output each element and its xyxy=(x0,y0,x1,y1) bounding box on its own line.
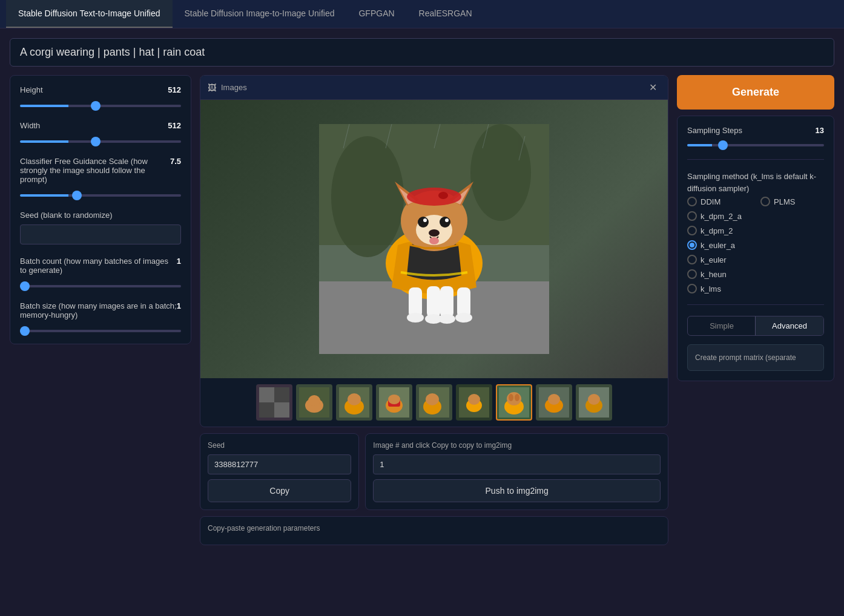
svg-rect-31 xyxy=(259,402,274,418)
content-area: Height 512 Width 512 Classifier Free Gui… xyxy=(10,75,834,545)
sampling-steps-slider[interactable] xyxy=(687,144,824,146)
tab-realesrgan[interactable]: RealESRGAN xyxy=(407,0,484,28)
image-header: 🖼 Images ✕ xyxy=(200,76,668,100)
radio-k-euler-a[interactable]: k_euler_a xyxy=(687,240,824,250)
seed-value-display[interactable] xyxy=(208,454,351,474)
svg-point-52 xyxy=(509,394,513,401)
width-group: Width 512 xyxy=(20,121,181,145)
copy-section: Image # and click Copy to copy to img2im… xyxy=(365,433,668,510)
left-panel: Height 512 Width 512 Classifier Free Gui… xyxy=(10,75,191,344)
middle-panel: 🖼 Images ✕ xyxy=(200,75,668,545)
radio-plms[interactable]: PLMS xyxy=(760,197,824,206)
radio-k-dpm-2-a[interactable]: k_dpm_2_a xyxy=(687,211,824,221)
close-image-button[interactable]: ✕ xyxy=(645,80,661,94)
width-slider[interactable] xyxy=(20,140,181,143)
seed-input[interactable] xyxy=(20,224,181,244)
copy-button[interactable]: Copy xyxy=(208,479,351,502)
width-label: Width xyxy=(20,121,40,130)
radio-k-euler-a-label: k_euler_a xyxy=(701,241,735,250)
sampling-method-group: Sampling method (k_lms is default k-diff… xyxy=(687,171,824,293)
height-label: Height xyxy=(20,85,43,94)
radio-circle-ddim xyxy=(687,197,697,206)
main-container: Height 512 Width 512 Classifier Free Gui… xyxy=(0,28,844,555)
svg-point-27 xyxy=(407,188,461,206)
radio-circle-k-euler-a xyxy=(687,240,697,250)
height-value: 512 xyxy=(168,85,181,94)
thumbnail-2[interactable] xyxy=(296,384,332,421)
svg-point-48 xyxy=(468,394,480,405)
svg-rect-20 xyxy=(427,286,440,318)
corgi-illustration xyxy=(319,124,549,354)
radio-circle-k-lms xyxy=(687,284,697,293)
cfg-value: 7.5 xyxy=(170,157,181,184)
radio-k-euler[interactable]: k_euler xyxy=(687,255,824,264)
thumbnail-8[interactable] xyxy=(536,384,572,421)
sampling-method-label: Sampling method (k_lms is default k-diff… xyxy=(687,171,824,194)
tab-img2img[interactable]: Stable Diffusion Image-to-Image Unified xyxy=(173,0,347,28)
radio-ddim[interactable]: DDIM xyxy=(687,197,751,206)
batch-count-slider[interactable] xyxy=(20,285,181,287)
batch-count-value: 1 xyxy=(177,257,181,275)
cfg-slider[interactable] xyxy=(20,194,181,197)
sampling-steps-group: Sampling Steps 13 xyxy=(687,126,824,148)
tab-advanced[interactable]: Advanced xyxy=(755,316,824,336)
cfg-label: Classifier Free Guidance Scale (how stro… xyxy=(20,157,170,184)
radio-k-heun[interactable]: k_heun xyxy=(687,269,824,279)
radio-k-euler-label: k_euler xyxy=(701,255,727,264)
sampling-method-options: DDIM PLMS k_dpm_2_a xyxy=(687,197,824,293)
thumbnail-9[interactable] xyxy=(576,384,612,421)
svg-point-38 xyxy=(348,393,361,405)
radio-ddim-label: DDIM xyxy=(701,197,720,206)
images-tab-label[interactable]: Images xyxy=(221,83,247,92)
right-settings: Sampling Steps 13 Sampling method (k_lms… xyxy=(677,116,834,381)
svg-point-18 xyxy=(429,237,439,244)
sampling-steps-label: Sampling Steps xyxy=(687,126,742,135)
thumbnail-3[interactable] xyxy=(336,384,372,421)
seed-label: Seed (blank to randomize) xyxy=(20,211,112,220)
batch-count-label: Batch count (how many batches of images … xyxy=(20,257,177,275)
thumbnails-row xyxy=(200,378,668,427)
main-image-area xyxy=(200,100,668,378)
sampling-steps-value: 13 xyxy=(816,126,824,135)
thumbnail-4[interactable] xyxy=(376,384,412,421)
copy-params-section: Copy-paste generation parameters xyxy=(200,516,668,545)
radio-k-dpm-2-a-label: k_dpm_2_a xyxy=(701,212,742,221)
radio-k-lms[interactable]: k_lms xyxy=(687,284,824,293)
tab-gfpgan[interactable]: GFPGAN xyxy=(346,0,406,28)
svg-rect-32 xyxy=(274,402,289,418)
image-display: 🖼 Images ✕ xyxy=(200,75,668,427)
tab-txt2img[interactable]: Stable Diffusion Text-to-Image Unified xyxy=(6,0,173,28)
right-panel: Generate Sampling Steps 13 Sampling meth… xyxy=(677,75,834,381)
thumbnail-6[interactable] xyxy=(456,384,492,421)
radio-row-1: DDIM PLMS xyxy=(687,197,824,206)
mode-tabs: Simple Advanced xyxy=(687,316,824,336)
svg-rect-30 xyxy=(274,387,289,402)
svg-point-3 xyxy=(331,136,404,257)
generate-button[interactable]: Generate xyxy=(677,75,834,110)
bottom-controls: Seed Copy Image # and click Copy to copy… xyxy=(200,433,668,510)
thumbnail-7[interactable] xyxy=(496,384,532,421)
batch-size-value: 1 xyxy=(177,301,181,319)
prompt-container xyxy=(10,38,834,67)
thumbnail-5[interactable] xyxy=(416,384,452,421)
batch-size-slider[interactable] xyxy=(20,330,181,332)
radio-circle-k-euler xyxy=(687,255,697,264)
svg-point-13 xyxy=(418,217,429,228)
svg-point-15 xyxy=(423,218,427,222)
thumbnail-1[interactable] xyxy=(256,384,292,421)
tab-simple[interactable]: Simple xyxy=(688,316,756,335)
radio-k-dpm-2[interactable]: k_dpm_2 xyxy=(687,226,824,235)
width-value: 512 xyxy=(168,121,181,130)
height-slider[interactable] xyxy=(20,105,181,107)
svg-point-23 xyxy=(407,313,424,323)
radio-circle-k-heun xyxy=(687,269,697,279)
batch-size-group: Batch size (how many images are in a bat… xyxy=(20,301,181,334)
batch-size-label: Batch size (how many images are in a bat… xyxy=(20,301,177,319)
svg-point-28 xyxy=(438,192,448,199)
sampling-steps-label-row: Sampling Steps 13 xyxy=(687,126,824,135)
copy-params-label: Copy-paste generation parameters xyxy=(208,524,661,532)
seed-section-label: Seed xyxy=(208,441,351,450)
push-to-img2img-button[interactable]: Push to img2img xyxy=(373,479,661,502)
prompt-input[interactable] xyxy=(20,46,824,59)
copy-value-input[interactable] xyxy=(373,454,661,474)
